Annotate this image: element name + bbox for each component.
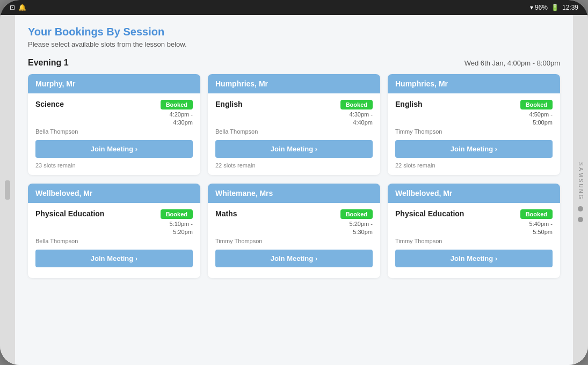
card-student: Bella Thompson	[35, 238, 193, 244]
tablet-frame: ⊡ 🔔 ▾ 96% 🔋 12:39 Your Bookings By Sessi…	[0, 0, 588, 365]
card-subject: Physical Education	[395, 209, 520, 218]
card-subject: Maths	[215, 209, 340, 218]
tablet-icon: ⊡	[10, 4, 15, 11]
card-time: 5:10pm -5:20pm	[170, 220, 193, 237]
brand-label: SAMSUNG	[578, 162, 584, 201]
screen: Your Bookings By Session Please select a…	[15, 15, 573, 365]
booking-card: Whitemane, Mrs Maths Booked 5:20pm -5:30…	[208, 184, 380, 278]
page-subtitle: Please select available slots from the l…	[28, 40, 560, 48]
card-time: 4:50pm -5:00pm	[529, 111, 553, 127]
card-right: Booked 4:50pm -5:00pm	[520, 100, 553, 127]
card-time: 4:30pm -4:40pm	[350, 111, 373, 127]
booked-badge: Booked	[161, 209, 193, 219]
card-student: Timmy Thompson	[395, 238, 553, 244]
card-header: Humphries, Mr	[388, 74, 560, 93]
cards-row-1: Murphy, Mr Science Booked 4:20pm -4:30pm…	[28, 74, 560, 175]
booked-badge: Booked	[161, 100, 193, 110]
card-body: Physical Education Booked 5:10pm -5:20pm…	[28, 203, 200, 278]
card-body: Physical Education Booked 5:40pm -5:50pm…	[388, 203, 560, 278]
session-date: Wed 6th Jan, 4:00pm - 8:00pm	[464, 59, 560, 67]
page-title: Your Bookings By Session	[28, 26, 560, 38]
booked-badge: Booked	[340, 209, 373, 219]
booking-card: Wellbeloved, Mr Physical Education Booke…	[388, 184, 560, 278]
right-dot-2	[578, 217, 583, 222]
wifi-icon: ▾ 96%	[530, 4, 548, 11]
card-right: Booked 4:30pm -4:40pm	[340, 100, 373, 127]
cards-row-2: Wellbeloved, Mr Physical Education Booke…	[28, 184, 560, 278]
session-header: Evening 1 Wed 6th Jan, 4:00pm - 8:00pm	[28, 58, 560, 68]
right-dot-1	[578, 206, 583, 211]
card-subject: English	[215, 100, 340, 108]
booking-card: Murphy, Mr Science Booked 4:20pm -4:30pm…	[28, 74, 200, 175]
card-right: Booked 4:20pm -4:30pm	[161, 100, 193, 127]
card-right: Booked 5:10pm -5:20pm	[161, 209, 193, 237]
right-side: SAMSUNG	[573, 15, 588, 365]
card-time: 4:20pm -4:30pm	[170, 111, 193, 127]
booked-badge: Booked	[520, 209, 553, 219]
card-header: Humphries, Mr	[208, 74, 380, 93]
card-header: Wellbeloved, Mr	[28, 184, 200, 203]
join-meeting-button[interactable]: Join Meeting ›	[215, 140, 373, 158]
join-meeting-button[interactable]: Join Meeting ›	[215, 250, 373, 267]
join-meeting-button[interactable]: Join Meeting ›	[395, 140, 553, 158]
card-right: Booked 5:40pm -5:50pm	[520, 209, 553, 237]
card-student: Timmy Thompson	[395, 128, 553, 135]
card-header: Wellbeloved, Mr	[388, 184, 560, 203]
join-meeting-button[interactable]: Join Meeting ›	[35, 140, 193, 158]
slots-remain: 22 slots remain	[395, 162, 553, 169]
card-body: English Booked 4:30pm -4:40pm Bella Thom…	[208, 93, 380, 175]
card-student: Bella Thompson	[35, 128, 193, 135]
card-subject-row: English Booked 4:30pm -4:40pm	[215, 100, 373, 127]
card-subject-row: Physical Education Booked 5:10pm -5:20pm	[35, 209, 193, 237]
card-time: 5:20pm -5:30pm	[350, 220, 373, 237]
card-subject-row: Physical Education Booked 5:40pm -5:50pm	[395, 209, 553, 237]
battery-icon: 🔋	[551, 4, 559, 11]
status-bar-right: ▾ 96% 🔋 12:39	[530, 4, 578, 11]
slots-remain: 23 slots remain	[35, 162, 193, 169]
card-body: English Booked 4:50pm -5:00pm Timmy Thom…	[388, 93, 560, 175]
card-time: 5:40pm -5:50pm	[529, 220, 553, 237]
booked-badge: Booked	[340, 100, 373, 110]
status-bar: ⊡ 🔔 ▾ 96% 🔋 12:39	[0, 0, 588, 15]
card-subject-row: English Booked 4:50pm -5:00pm	[395, 100, 553, 127]
join-meeting-button[interactable]: Join Meeting ›	[395, 250, 553, 267]
card-subject-row: Science Booked 4:20pm -4:30pm	[35, 100, 193, 127]
card-header: Whitemane, Mrs	[208, 184, 380, 203]
booking-card: Wellbeloved, Mr Physical Education Booke…	[28, 184, 200, 278]
booking-card: Humphries, Mr English Booked 4:30pm -4:4…	[208, 74, 380, 175]
slots-remain: 22 slots remain	[215, 162, 373, 169]
card-body: Maths Booked 5:20pm -5:30pm Timmy Thomps…	[208, 203, 380, 278]
home-button[interactable]	[5, 180, 10, 200]
card-student: Timmy Thompson	[215, 238, 373, 244]
card-subject: English	[395, 100, 520, 108]
card-student: Bella Thompson	[215, 128, 373, 135]
notification-icon: 🔔	[18, 4, 26, 11]
card-subject: Science	[35, 100, 161, 108]
card-right: Booked 5:20pm -5:30pm	[340, 209, 373, 237]
card-header: Murphy, Mr	[28, 74, 200, 93]
status-bar-left: ⊡ 🔔	[10, 4, 26, 11]
clock: 12:39	[562, 4, 578, 11]
left-side	[0, 15, 15, 365]
card-body: Science Booked 4:20pm -4:30pm Bella Thom…	[28, 93, 200, 175]
booking-card: Humphries, Mr English Booked 4:50pm -5:0…	[388, 74, 560, 175]
booked-badge: Booked	[520, 100, 553, 110]
join-meeting-button[interactable]: Join Meeting ›	[35, 250, 193, 267]
session-name: Evening 1	[28, 58, 69, 68]
card-subject: Physical Education	[35, 209, 161, 218]
card-subject-row: Maths Booked 5:20pm -5:30pm	[215, 209, 373, 237]
